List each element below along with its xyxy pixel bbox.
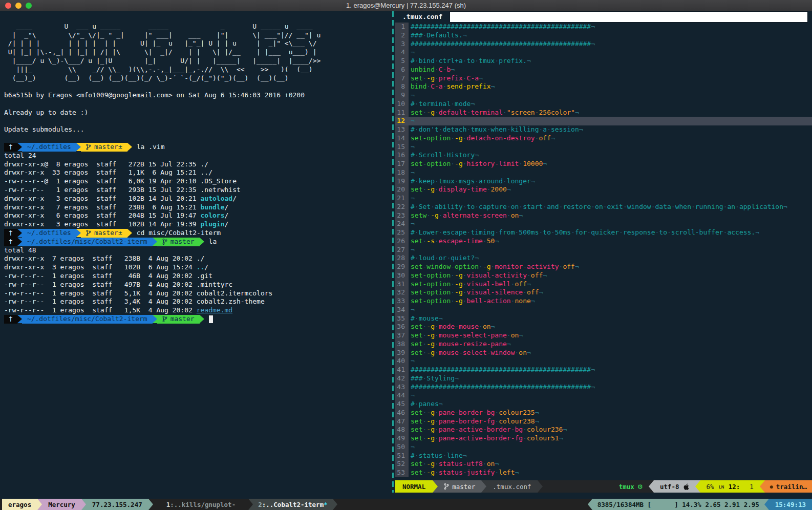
prompt-line: †~/.dotfilesmaster±la .vim <box>4 143 391 152</box>
window-spacer <box>241 499 248 510</box>
tmux-window-index: 2 <box>258 501 262 508</box>
git-status-line: Already up to date :) <box>4 109 391 117</box>
file-listing-row: -rw-r--r-- 1 eragos staff 3,4K 4 Aug 20:… <box>4 298 391 306</box>
shell-pane[interactable]: ____ U ___ u _____ _____ _ U _____ u ___… <box>0 11 391 493</box>
warning-dot-icon: ● <box>770 484 773 490</box>
statusline-session: tmux ⚙ <box>613 480 649 493</box>
ascii-art-line: | _"\ \/"_ \/|_ " _| |" ___| ___ |"| \| … <box>4 31 391 40</box>
statusline-trailing-warning: ● trailin… <box>765 480 812 493</box>
vim-line: 14set-option·-g·detach-on-destroy·off¬ <box>395 134 812 143</box>
vim-line-text: set-option·-g·visual-activity·off¬ <box>409 271 547 280</box>
tmux-window-list: 1:..kills/gnuplot- 2:..Cobalt2-iterm* <box>161 499 337 510</box>
close-button[interactable] <box>5 3 11 9</box>
vim-line-text: set·-g·pane-active-border-fg·colour51¬ <box>409 434 563 443</box>
file-listing-row: drwxr-xr-x 7 eragos staff 238B 6 Aug 15:… <box>4 203 391 212</box>
tmux-status-bar: eragos Mercury 77.23.155.247 1:..kills/g… <box>0 499 812 510</box>
prompt-git-branch: master <box>157 238 200 246</box>
minimize-button[interactable] <box>15 3 22 9</box>
powerline-separator <box>760 480 765 493</box>
vim-tab-filename[interactable]: .tmux.conf <box>395 11 450 23</box>
powerline-separator <box>588 499 592 510</box>
file-meta: -rw-r--r--@ 1 eragos staff 6,0K 19 Apr 2… <box>4 177 201 185</box>
powerline-separator <box>17 238 22 246</box>
powerline-separator <box>37 499 42 510</box>
file-name: cobalt2.zsh-theme <box>197 298 265 305</box>
vim-line-text: #·bind·ctrl+a·to·tmux·prefix.¬ <box>409 57 531 66</box>
prompt-command: la .vim <box>137 143 165 152</box>
vim-line-number: 34 <box>395 306 409 314</box>
vim-line-text: bind·C-a·send-prefix¬ <box>409 82 495 91</box>
gear-icon: ⚙ <box>638 483 643 491</box>
ascii-art-line: /| | | | | | | | | | U| |_ u |_"_| U | |… <box>4 39 391 48</box>
file-listing-row: -rw-r--r-- 1 eragos staff 293B 15 Jul 22… <box>4 186 391 195</box>
vim-line: 9¬ <box>395 91 812 100</box>
file-name: plugin <box>201 220 225 228</box>
vim-buffer[interactable]: 1#######################################… <box>395 23 812 480</box>
vim-line: 6unbind·C-b¬ <box>395 66 812 74</box>
tmux-window-item[interactable]: 1:..kills/gnuplot- <box>161 499 241 510</box>
statusline-line: 12: <box>729 483 740 491</box>
statusline-filename: .tmux.conf <box>486 480 537 493</box>
vim-line: 23setw·-g·alternate-screen·on¬ <box>395 211 812 220</box>
vim-line-number: 46 <box>395 409 409 417</box>
tmux-window-item[interactable]: 2:..Cobalt2-iterm* <box>253 499 332 510</box>
file-meta: drwxr-xr-x 33 eragos staff 1,1K 6 Aug 15… <box>4 168 201 176</box>
prompt-line: †~/.dotfiles/misc/Cobalt2-itermmasterla <box>4 238 391 246</box>
file-listing-row: drwxr-xr-x 7 eragos staff 238B 4 Aug 20:… <box>4 254 391 263</box>
vim-line-number: 33 <box>395 297 409 306</box>
vim-line: 30set-option·-g·visual-activity·off¬ <box>395 271 812 280</box>
powerline-separator <box>17 229 22 237</box>
vim-line-number: 16 <box>395 151 409 160</box>
vim-line-number: 5 <box>395 57 409 66</box>
vim-line-text: ########################################… <box>409 366 595 374</box>
vim-line: 22#·Set·ability·to·capture·on·start·and·… <box>395 203 812 211</box>
vim-line: 3#######################################… <box>395 40 812 49</box>
file-name: ../ <box>201 168 212 176</box>
powerline-separator <box>200 315 204 323</box>
git-branch-icon <box>86 229 91 237</box>
powerline-separator <box>81 499 86 510</box>
fullscreen-button[interactable] <box>26 3 32 9</box>
file-name: autoload <box>201 195 233 202</box>
vim-line-number: 20 <box>395 185 409 194</box>
vim-line-number: 2 <box>395 31 409 40</box>
vim-line: 32set-option·-g·visual-silence·off¬ <box>395 288 812 297</box>
vim-line: 49set·-g·pane-active-border-fg·colour51¬ <box>395 434 812 443</box>
ascii-art-line: (__)_) (__) (__) (__)(__)(_/ \_)-´ `-(_/… <box>4 74 391 83</box>
tmux-pane-divider[interactable] <box>392 11 394 493</box>
vim-line: 24¬ <box>395 220 812 228</box>
powerline-separator <box>17 315 22 323</box>
vim-line-number: 4 <box>395 48 409 57</box>
file-name[interactable]: readme.md <box>197 306 232 314</box>
file-listing-row: drwxr-xr-x 3 eragos staff 102B 14 Jul 20… <box>4 195 391 203</box>
vim-line: 4¬ <box>395 48 812 57</box>
vim-line-text: ¬ <box>409 220 415 228</box>
powerline-separator <box>649 480 654 493</box>
statusline-warning-label: trailin… <box>776 483 807 491</box>
vim-line-number: 42 <box>395 374 409 383</box>
terminal-blank-line <box>4 134 391 143</box>
vim-line-number: 36 <box>395 323 409 331</box>
vim-pane[interactable]: .tmux.conf 1############################… <box>395 11 812 493</box>
vim-line: 37set·-g·mouse-select-pane·on¬ <box>395 331 812 340</box>
powerline-separator <box>248 499 253 510</box>
vim-line-number: 50 <box>395 443 409 452</box>
statusline-git-branch: master <box>438 480 481 493</box>
powerline-separator <box>153 315 157 323</box>
vim-line-text: set-option·-g·detach-on-destroy·off¬ <box>409 134 555 143</box>
vim-line-number: 53 <box>395 469 409 477</box>
vim-tabline-fill <box>450 11 808 23</box>
powerline-separator <box>200 238 204 246</box>
vim-line: 8bind·C-a·send-prefix¬ <box>395 82 812 91</box>
prompt-git-branch: master <box>157 315 200 324</box>
git-branch-icon <box>444 483 449 490</box>
vim-line: 31set-option·-g·visual-bell·off¬ <box>395 280 812 289</box>
vim-line: 27¬ <box>395 246 812 254</box>
file-listing-row: drwxr-xr-x@ 8 eragos staff 272B 15 Jul 2… <box>4 160 391 169</box>
tmux-window-index: 1 <box>166 501 170 508</box>
vim-line-number: 25 <box>395 228 409 237</box>
vim-line-number: 3 <box>395 40 409 49</box>
vim-line-text: set-option·-g·history-limit·10000¬ <box>409 160 547 168</box>
vim-line-text: #·mouse¬ <box>409 314 443 323</box>
vim-line: 21¬ <box>395 194 812 203</box>
